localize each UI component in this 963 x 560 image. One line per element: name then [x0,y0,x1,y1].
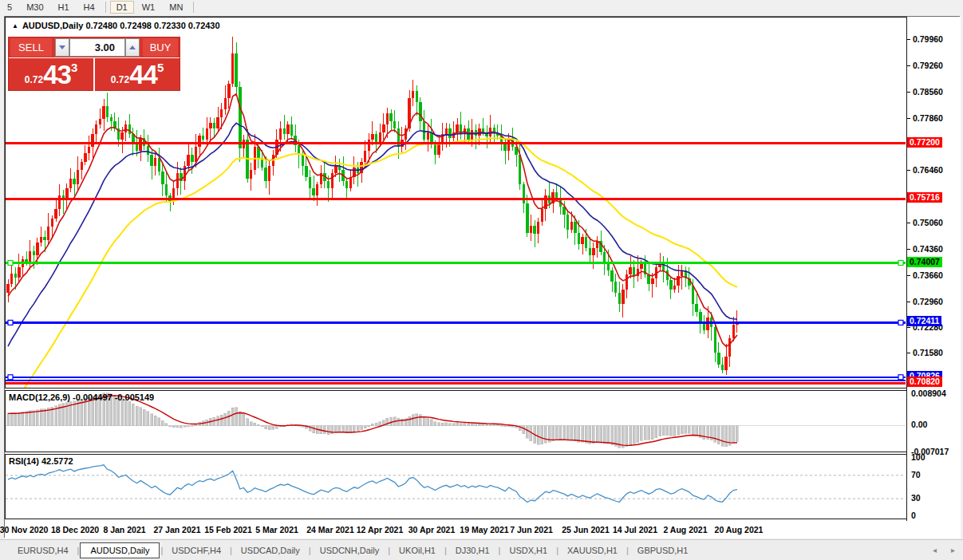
date-label: 20 Aug 2021 [715,525,764,534]
price-tick [907,249,910,250]
rsi-scale-label: 0 [911,511,916,520]
chart-title-text: AUDUSD,Daily 0.72480 0.72498 0.72330 0.7… [22,21,220,30]
price-level-badge: 0.72411 [907,316,941,326]
tab-scrollbar: ◂▸ [933,546,955,554]
tab-ukoil[interactable]: UKOil,H1 [391,543,444,558]
one-click-trading-panel: SELL BUY 0.72433 0.72445 [8,37,180,91]
price-tick [907,223,910,223]
timeframe-button-h4[interactable]: H4 [77,1,101,14]
moving-average-20[interactable] [8,123,737,346]
price-tick [907,118,910,119]
timeframe-button-5[interactable]: 5 [1,1,18,14]
tab-usdcad[interactable]: USDCAD,Daily [233,543,308,558]
timeframe-button-d1[interactable]: D1 [110,1,134,14]
line-handle[interactable] [8,320,13,325]
macd-label: MACD(12,26,9) -0.004497 -0.005149 [9,392,154,402]
line-handle[interactable] [898,261,903,266]
price-tick [907,353,910,353]
tab-eurusd[interactable]: EURUSD,H4 [10,543,77,558]
date-label: 30 Apr 2021 [408,525,456,534]
sell-price-button[interactable]: 0.72433 [9,58,93,91]
price-tick [907,65,910,66]
chart-tab-bar: EURUSD,H4|AUDUSD,Daily|USDCHF,H4|USDCAD,… [0,539,963,560]
timeframe-button-m30[interactable]: M30 [20,1,49,14]
timeframe-button-mn[interactable]: MN [163,1,189,14]
macd-scale-label: 0.008904 [911,388,946,398]
price-tick-label: 0.71580 [913,348,943,357]
price-level-badge: 0.77200 [907,137,942,148]
volume-decrease-button[interactable] [55,38,69,57]
time-axis[interactable]: 30 Nov 202018 Dec 20208 Jan 202127 Jan 2… [5,521,961,538]
tab-usdcnh[interactable]: USDCNH,Daily [312,543,388,558]
price-tick-label: 0.77860 [913,113,943,123]
sell-button[interactable]: SELL [10,38,52,57]
price-level-badge: 0.74007 [907,257,942,267]
chart-title: ▲AUDUSD,Daily 0.72480 0.72498 0.72330 0.… [12,21,220,30]
price-level-badge: 0.70820 [907,377,942,387]
date-label: 24 Mar 2021 [306,525,354,534]
price-tick [907,39,910,40]
date-label: 5 Mar 2021 [255,525,298,534]
price-tick-label: 0.78560 [913,87,943,97]
horizontal-level-line[interactable] [6,375,906,380]
horizontal-level-line[interactable] [6,261,906,266]
tab-xauusd[interactable]: XAUUSD,H1 [559,543,626,558]
tab-usdchf[interactable]: USDCHF,H4 [164,543,229,558]
date-label: 19 May 2021 [460,525,508,534]
volume-input[interactable] [69,38,125,57]
date-label: 25 Jun 2021 [562,525,610,534]
rsi-label: RSI(14) 42.5772 [9,456,73,466]
rsi-line [8,465,737,503]
price-axis[interactable]: 0.799600.792600.785600.778600.764600.750… [906,17,961,521]
line-handle[interactable] [898,375,903,380]
date-label: 8 Jan 2021 [103,525,145,534]
timeframe-button-w1[interactable]: W1 [136,1,162,14]
horizontal-level-line[interactable] [6,320,906,325]
date-label: 12 Apr 2021 [357,525,404,534]
date-label: 7 Jun 2021 [510,525,553,534]
collapse-panel-icon[interactable]: ▲ [12,22,18,30]
line-handle[interactable] [898,320,903,325]
toolbar-separator [193,2,194,13]
sell-price-big: 43 [43,61,71,88]
date-label: 18 Dec 2020 [51,525,99,534]
price-tick [907,327,910,328]
tab-gbpusd[interactable]: GBPUSD,H1 [630,543,697,558]
timeframe-button-h1[interactable]: H1 [52,1,76,14]
buy-price-prefix: 0.72 [111,74,129,85]
price-tick-label: 0.75060 [913,218,943,227]
price-tick-label: 0.73660 [913,270,943,280]
tab-dj30[interactable]: DJ30,H1 [448,543,498,558]
sell-price-prefix: 0.72 [25,74,43,85]
buy-button[interactable]: BUY [143,38,178,57]
tab-scroll-left-icon[interactable]: ◂ [933,546,937,554]
macd-pane[interactable]: MACD(12,26,9) -0.004497 -0.005149 [5,390,906,452]
date-label: 30 Nov 2020 [0,525,48,534]
toolbar-separator [105,2,106,13]
price-tick [907,275,910,276]
price-tick-label: 0.74360 [913,244,943,254]
line-handle[interactable] [8,261,13,266]
tab-usdx[interactable]: USDX,H1 [501,543,555,558]
main-chart-pane[interactable]: ▲AUDUSD,Daily 0.72480 0.72498 0.72330 0.… [5,17,906,388]
line-handle[interactable] [8,375,13,380]
tab-audusd[interactable]: AUDUSD,Daily [80,542,160,558]
price-tick-label: 0.76460 [913,165,943,175]
volume-increase-button[interactable] [125,38,140,57]
buy-price-button[interactable]: 0.72445 [95,58,180,91]
price-tick [907,92,910,93]
rsi-pane[interactable]: RSI(14) 42.5772 [5,454,906,519]
chart-window: ▲AUDUSD,Daily 0.72480 0.72498 0.72330 0.… [4,16,960,538]
price-tick [907,302,910,302]
price-level-badge: 0.75716 [907,192,942,203]
macd-scale-label: 0.00 [911,420,927,429]
buy-price-big: 44 [129,61,157,88]
tab-scroll-right-icon[interactable]: ▸ [951,546,955,554]
date-label: 14 Jul 2021 [613,525,657,534]
price-tick [907,170,910,171]
sell-price-sup: 3 [71,61,77,74]
date-label: 15 Feb 2021 [204,525,252,534]
rsi-scale-label: 30 [911,493,921,503]
rsi-scale-label: 100 [911,452,926,462]
price-tick-label: 0.72960 [913,297,943,306]
